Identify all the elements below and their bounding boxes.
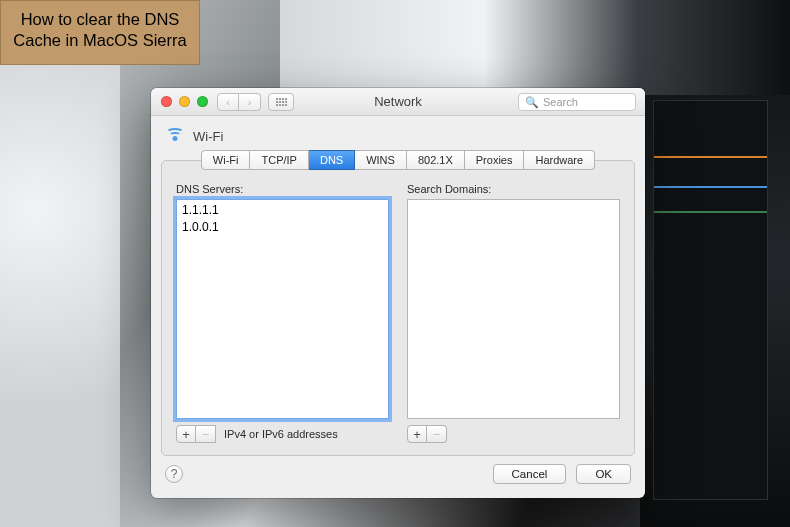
ok-button[interactable]: OK [576,464,631,484]
help-button[interactable]: ? [165,465,183,483]
tab-8021x[interactable]: 802.1X [407,150,465,170]
remove-search-domain-button[interactable]: − [427,425,447,443]
add-search-domain-button[interactable]: + [407,425,427,443]
remove-dns-server-button[interactable]: − [196,425,216,443]
tab-dns[interactable]: DNS [309,150,355,170]
dns-panel: DNS Servers: 1.1.1.11.0.0.1 + − IPv4 or … [161,160,635,456]
service-name: Wi-Fi [193,129,223,144]
show-all-button[interactable] [268,93,294,111]
search-input[interactable] [543,96,629,108]
wifi-icon [165,128,185,144]
chevron-left-icon: ‹ [226,96,230,108]
search-domains-list[interactable] [407,199,620,419]
tab-proxies[interactable]: Proxies [465,150,525,170]
dns-server-entry[interactable]: 1.0.0.1 [182,219,383,236]
search-icon: 🔍 [525,96,539,109]
zoom-window-button[interactable] [197,96,208,107]
network-preferences-window: ‹ › Network 🔍 Wi-Fi Wi-Fi TCP/IP DNS WIN… [151,88,645,498]
article-title-overlay: How to clear the DNS Cache in MacOS Sier… [0,0,200,65]
close-window-button[interactable] [161,96,172,107]
tab-tcpip[interactable]: TCP/IP [250,150,308,170]
tabs-bar: Wi-Fi TCP/IP DNS WINS 802.1X Proxies Har… [161,150,635,170]
grid-icon [276,98,287,106]
back-button[interactable]: ‹ [217,93,239,111]
dns-hint: IPv4 or IPv6 addresses [224,428,338,440]
cancel-button[interactable]: Cancel [493,464,567,484]
forward-button[interactable]: › [239,93,261,111]
search-domains-label: Search Domains: [407,183,620,195]
dns-servers-list[interactable]: 1.1.1.11.0.0.1 [176,199,389,419]
add-dns-server-button[interactable]: + [176,425,196,443]
minimize-window-button[interactable] [179,96,190,107]
dns-server-entry[interactable]: 1.1.1.1 [182,202,383,219]
tab-hardware[interactable]: Hardware [524,150,595,170]
tab-wifi[interactable]: Wi-Fi [201,150,251,170]
chevron-right-icon: › [248,96,252,108]
dns-servers-label: DNS Servers: [176,183,389,195]
window-titlebar: ‹ › Network 🔍 [151,88,645,116]
tab-wins[interactable]: WINS [355,150,407,170]
search-field-wrapper[interactable]: 🔍 [518,93,636,111]
